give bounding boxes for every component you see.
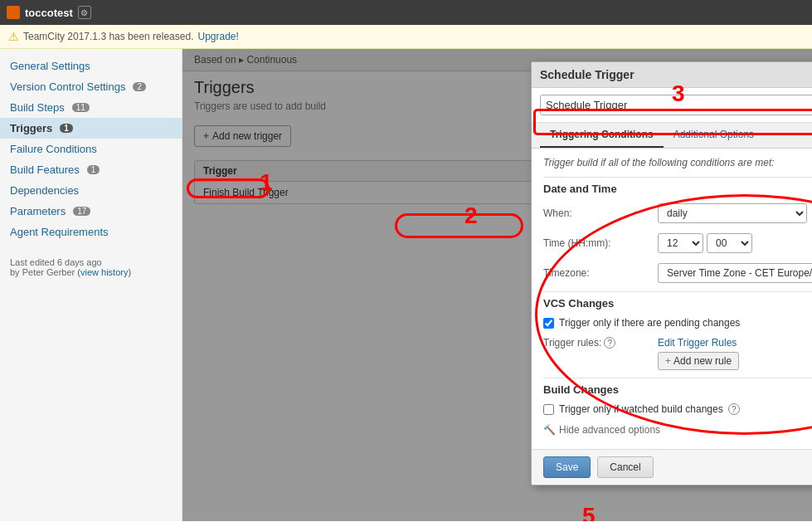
sidebar-item-failure[interactable]: Failure Conditions (0, 139, 182, 159)
when-field-row: When: daily weekly always (543, 198, 812, 228)
sidebar-item-agent-requirements[interactable]: Agent Requirements (0, 222, 182, 242)
schedule-trigger-modal: Schedule Trigger × ▼ Triggering Conditio… (531, 61, 812, 485)
advanced-link-label: Hide advanced options (559, 424, 660, 436)
vcs-checkbox[interactable] (543, 318, 554, 329)
time-hh-select[interactable]: 12 (658, 233, 703, 253)
timezone-field-row: Timezone: Server Time Zone - CET Europe/… (543, 258, 812, 288)
tab-triggering-conditions[interactable]: Triggering Conditions (540, 123, 664, 148)
trigger-rules-label-container: Trigger rules: ? (543, 337, 651, 349)
when-select[interactable]: daily weekly always (658, 203, 807, 223)
time-control: 12 00 (658, 233, 752, 253)
trigger-rules-row: Trigger rules: ? Edit Trigger Rules + Ad… (543, 333, 812, 374)
time-field-row: Time (HH:mm): 12 00 (543, 228, 812, 258)
build-changes-info-icon[interactable]: ? (728, 403, 740, 415)
sidebar-item-parameters[interactable]: Parameters 17 (0, 201, 182, 222)
sidebar-label-build-steps: Build Steps (10, 101, 65, 114)
wrench-icon: 🔨 (543, 424, 556, 436)
vcs-checkbox-label: Trigger only if there are pending change… (559, 317, 740, 329)
last-edited-by: by Peter Gerber (10, 267, 75, 277)
sidebar-badge-parameters: 17 (73, 207, 90, 216)
save-button[interactable]: Save (543, 456, 591, 478)
modal-titlebar: Schedule Trigger × (532, 62, 812, 88)
trigger-rules-info-icon[interactable]: ? (604, 337, 615, 349)
last-edited-section: Last edited 6 days ago by Peter Gerber (… (0, 251, 182, 284)
time-label: Time (HH:mm): (543, 237, 651, 249)
build-changes-checkbox[interactable] (543, 404, 554, 415)
sidebar-badge-build-steps: 11 (72, 103, 90, 112)
last-edited-label: Last edited (10, 257, 55, 267)
cancel-button[interactable]: Cancel (597, 456, 653, 478)
trigger-rules-label: Trigger rules: (543, 337, 601, 349)
modal-description: Trigger build if all of the following co… (543, 157, 812, 168)
sidebar-badge-vcs: 2 (133, 82, 146, 91)
build-changes-section-header: Build Changes (543, 378, 812, 399)
sidebar-item-features[interactable]: Build Features 1 (0, 159, 182, 180)
tab-additional-options[interactable]: Additional Options (664, 123, 764, 148)
add-rule-label: Add new rule (673, 355, 732, 367)
edit-trigger-rules-link[interactable]: Edit Trigger Rules (658, 337, 739, 349)
build-changes-checkbox-row: Trigger only if watched build changes ? (543, 399, 812, 419)
sidebar-item-general[interactable]: General Settings (0, 56, 182, 76)
warning-icon: ⚠ (8, 30, 19, 43)
modal-title: Schedule Trigger (540, 68, 635, 81)
trigger-rules-links: Edit Trigger Rules + Add new rule (658, 337, 739, 370)
upgrade-link[interactable]: Upgrade! (197, 31, 238, 42)
sidebar-item-dependencies[interactable]: Dependencies (0, 180, 182, 201)
vcs-checkbox-row: Trigger only if there are pending change… (543, 313, 812, 333)
when-label: When: (543, 207, 651, 219)
sidebar-item-build-steps[interactable]: Build Steps 11 (0, 97, 182, 118)
view-history-link[interactable]: (view history) (77, 267, 131, 277)
sidebar: General Settings Version Control Setting… (0, 49, 182, 521)
sidebar-label-parameters: Parameters (10, 205, 66, 217)
sidebar-label-triggers: Triggers (10, 122, 52, 134)
warning-bar: ⚠ TeamCity 2017.1.3 has been released. U… (0, 25, 812, 49)
sidebar-label-failure: Failure Conditions (10, 143, 97, 155)
time-mm-select[interactable]: 00 (707, 233, 752, 253)
add-new-rule-button[interactable]: + Add new rule (658, 352, 739, 370)
modal-body: Trigger build if all of the following co… (532, 149, 812, 449)
settings-icon[interactable]: ⚙ (78, 6, 91, 19)
timezone-select[interactable]: Server Time Zone - CET Europe/Zurich (UT… (658, 263, 812, 283)
sidebar-item-vcs[interactable]: Version Control Settings 2 (0, 76, 182, 97)
sidebar-badge-triggers: 1 (60, 124, 73, 133)
warning-text: TeamCity 2017.1.3 has been released. (23, 31, 193, 42)
content-area: Based on ▸ Continuous Triggers Triggers … (182, 49, 812, 521)
date-time-section-header: Date and Time (543, 177, 812, 198)
main-layout: General Settings Version Control Setting… (0, 49, 812, 521)
sidebar-label-features: Build Features (10, 163, 80, 176)
sidebar-badge-features: 1 (87, 165, 100, 174)
sidebar-label-agent: Agent Requirements (10, 226, 109, 238)
timezone-control: Server Time Zone - CET Europe/Zurich (UT… (658, 263, 812, 283)
add-rule-plus-icon: + (665, 355, 671, 367)
sidebar-item-triggers[interactable]: Triggers 1 (0, 118, 182, 139)
last-edited-time: 6 days ago (57, 257, 102, 267)
trigger-type-selector: ▼ (532, 88, 812, 123)
modal-footer: Save Cancel (532, 449, 812, 485)
sidebar-label-vcs: Version Control Settings (10, 80, 125, 93)
header-bar: toccotest ⚙ (0, 0, 812, 25)
app-title: toccotest (25, 7, 73, 19)
vcs-section-header: VCS Changes (543, 291, 812, 313)
sidebar-label-general: General Settings (10, 60, 90, 72)
trigger-type-input[interactable] (540, 95, 812, 115)
build-changes-label: Trigger only if watched build changes (559, 403, 723, 415)
app-logo-icon (7, 6, 20, 19)
sidebar-label-dependencies: Dependencies (10, 184, 79, 197)
modal-tabs: Triggering Conditions Additional Options (532, 123, 812, 149)
timezone-label: Timezone: (543, 267, 651, 279)
advanced-options-link[interactable]: 🔨 Hide advanced options (543, 419, 812, 441)
when-control: daily weekly always (658, 203, 807, 223)
